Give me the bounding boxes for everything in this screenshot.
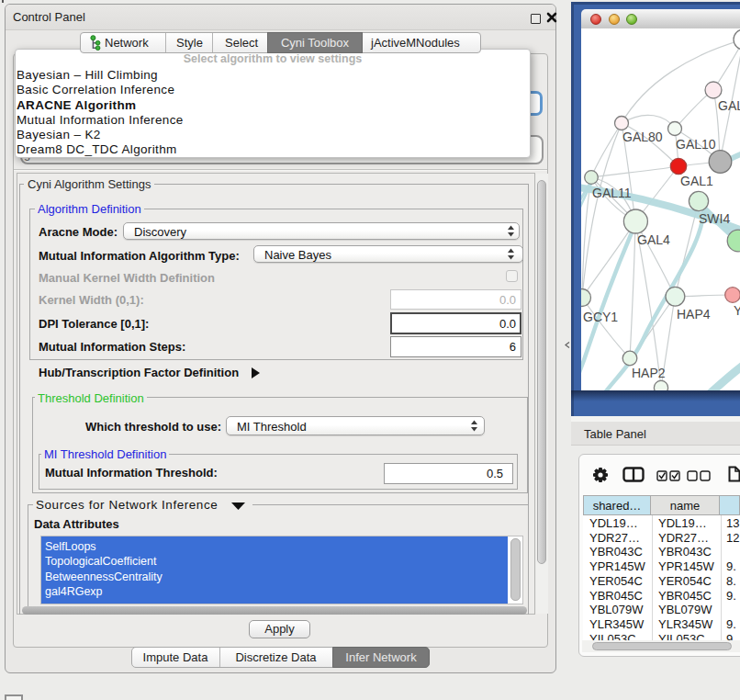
- svg-text:GAL1: GAL1: [680, 174, 713, 188]
- svg-text:HAP4: HAP4: [677, 307, 711, 322]
- svg-text:GAL80: GAL80: [622, 130, 663, 144]
- svg-text:HAP2: HAP2: [632, 366, 666, 380]
- svg-text:SWI4: SWI4: [699, 211, 730, 226]
- svg-text:Y: Y: [734, 303, 740, 318]
- svg-text:GAL10: GAL10: [676, 137, 716, 152]
- svg-text:GAL11: GAL11: [592, 186, 632, 200]
- svg-text:GAL4: GAL4: [637, 232, 670, 247]
- svg-text:GCY1: GCY1: [583, 310, 618, 324]
- svg-text:GAL7: GAL7: [718, 98, 740, 113]
